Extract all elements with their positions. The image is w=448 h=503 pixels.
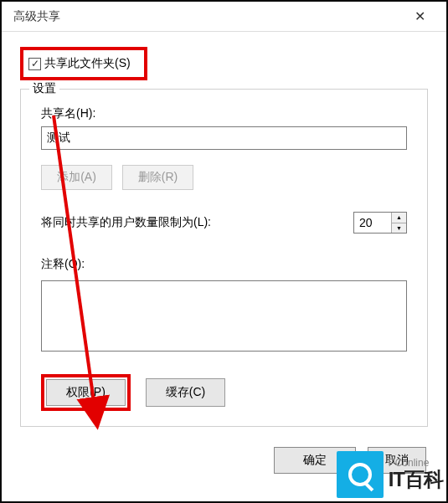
watermark-text: PConline IT百科 [389,458,443,491]
user-limit-label: 将同时共享的用户数量限制为(L): [41,215,211,230]
share-folder-label: 共享此文件夹(S) [44,56,131,71]
permission-cache-row: 权限(P) 缓存(C) [41,374,407,411]
share-name-input[interactable] [41,126,407,150]
comment-input[interactable] [41,280,407,352]
comment-section: 注释(O): [41,257,407,354]
settings-group-label: 设置 [29,81,59,96]
spinner-down-icon[interactable]: ▼ [392,223,406,234]
user-limit-spinner[interactable]: ▲ ▼ [353,212,407,234]
dialog-title: 高级共享 [13,9,60,24]
spinner-up-icon[interactable]: ▲ [392,213,406,223]
close-icon[interactable]: ✕ [403,8,436,24]
cache-button[interactable]: 缓存(C) [146,378,225,407]
spinner-buttons: ▲ ▼ [391,213,406,233]
annotation-highlight-checkbox: 共享此文件夹(S) [20,47,147,80]
watermark-logo-icon [337,451,384,498]
add-button: 添加(A) [41,165,112,190]
watermark-main: IT百科 [389,469,443,490]
comment-label: 注释(O): [41,257,407,272]
titlebar: 高级共享 ✕ [2,2,446,32]
user-limit-row: 将同时共享的用户数量限制为(L): ▲ ▼ [41,212,407,234]
remove-button: 删除(R) [122,165,193,190]
permission-button[interactable]: 权限(P) [46,379,126,406]
settings-group: 设置 共享名(H): 添加(A) 删除(R) 将同时共享的用户数量限制为(L):… [20,89,428,427]
dialog-content: 共享此文件夹(S) 设置 共享名(H): 添加(A) 删除(R) 将同时共享的用… [2,32,446,435]
share-name-label: 共享名(H): [41,106,407,121]
share-folder-checkbox[interactable] [28,58,41,70]
add-remove-row: 添加(A) 删除(R) [41,165,407,190]
watermark: PConline IT百科 [337,451,443,498]
annotation-highlight-permission: 权限(P) [41,374,131,411]
user-limit-value[interactable] [354,213,391,233]
